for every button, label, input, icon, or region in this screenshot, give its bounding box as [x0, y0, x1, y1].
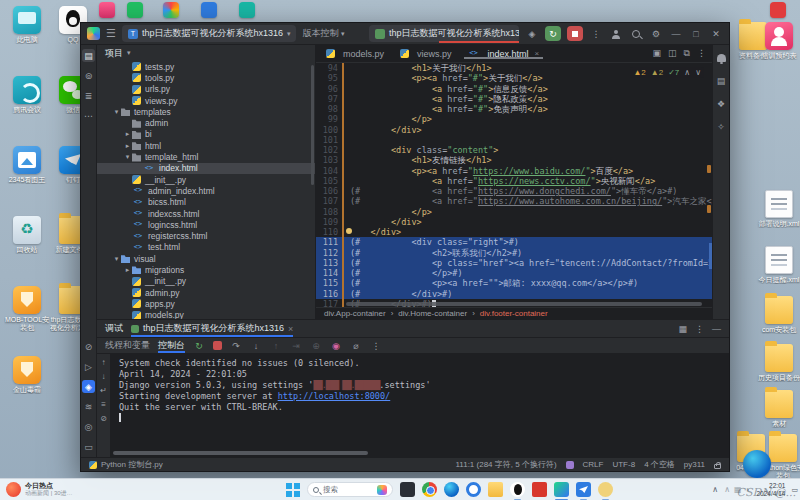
- status-item[interactable]: 111:1 (284 字符, 5 个换行符): [455, 459, 556, 470]
- top-app-5[interactable]: [224, 2, 270, 18]
- chrome[interactable]: [422, 482, 437, 497]
- debug-session-tab[interactable]: thp日志数据可视化分析系统hx1316 ×: [131, 320, 293, 337]
- project-tool-icon[interactable]: ▤: [82, 49, 95, 62]
- lock-icon[interactable]: [714, 464, 721, 469]
- inspection-count[interactable]: ▲2: [633, 68, 645, 77]
- stop-button[interactable]: [567, 26, 583, 41]
- tree-item-tests.py[interactable]: tests.py: [97, 61, 315, 72]
- status-item[interactable]: CRLF: [583, 460, 604, 469]
- status-item[interactable]: py311: [684, 460, 705, 469]
- tree-item-indexcss.html[interactable]: <>indexcss.html: [97, 208, 315, 219]
- project-panel-header[interactable]: 项目 ▾: [97, 45, 315, 61]
- tree-arrow-icon[interactable]: ▾: [112, 108, 121, 116]
- photo-viewer[interactable]: 2345看图王: [4, 146, 50, 184]
- preview-icon[interactable]: ⧉: [684, 48, 690, 59]
- scroll-to-end-icon[interactable]: ≡: [101, 400, 106, 409]
- tree-item-templates[interactable]: ▾templates: [97, 106, 315, 117]
- pycharm[interactable]: [554, 482, 569, 497]
- tree-arrow-icon[interactable]: ▾: [112, 255, 121, 263]
- thunder-app[interactable]: [598, 482, 613, 497]
- editor-hscrollbar[interactable]: [346, 302, 702, 306]
- recycle-bin[interactable]: 回收站: [4, 216, 50, 254]
- tree-item-admin_index.html[interactable]: <>admin_index.html: [97, 185, 315, 196]
- scroll-up-icon[interactable]: ↑: [102, 358, 106, 367]
- tree-item-apps.py[interactable]: apps.py: [97, 298, 315, 309]
- tree-arrow-icon[interactable]: ▾: [123, 153, 132, 161]
- debug-layout-icon[interactable]: ▦: [678, 324, 687, 334]
- split-icon[interactable]: ◫: [668, 48, 677, 59]
- code-area[interactable]: 94 <h1>关于我们</h1>95 <p><a href="#">关于我们</…: [316, 63, 712, 307]
- debug-more-icon[interactable]: ⋮: [370, 340, 382, 352]
- play-tool-icon[interactable]: ▷: [82, 360, 95, 373]
- search-input[interactable]: 搜索: [307, 482, 393, 497]
- plugins-icon[interactable]: ❖: [715, 97, 728, 110]
- qq-taskbar[interactable]: [510, 482, 525, 497]
- status-item[interactable]: 4 个空格: [644, 459, 675, 470]
- breadcrumb-item[interactable]: div.Home-container: [398, 309, 467, 318]
- top-app-6[interactable]: [755, 2, 800, 18]
- taskbar-clock[interactable]: 22:01 2024/4/14: [756, 482, 785, 498]
- database-icon[interactable]: ▤: [715, 74, 728, 87]
- tree-item-bicss.html[interactable]: <>bicss.html: [97, 197, 315, 208]
- rerun-icon[interactable]: ↻: [193, 340, 205, 352]
- tray-icon-2[interactable]: ◗: [746, 485, 751, 494]
- mob-tool[interactable]: MOB-TOOL安装包: [4, 286, 50, 332]
- notifications-icon[interactable]: [715, 51, 728, 64]
- tree-item-template_html[interactable]: ▾template_html: [97, 151, 315, 162]
- vcs-widget[interactable]: 版本控制 ▾: [302, 27, 344, 40]
- tree-item-__init__.py[interactable]: __init__.py: [97, 174, 315, 185]
- close-tab-icon[interactable]: ×: [535, 49, 540, 58]
- debug-tab-线程和变量[interactable]: 线程和变量: [105, 338, 150, 353]
- close-icon[interactable]: ×: [288, 324, 293, 334]
- security-tool[interactable]: 金山毒霸: [4, 356, 50, 394]
- stop-icon[interactable]: [213, 341, 222, 350]
- this-pc[interactable]: 此电脑: [4, 6, 50, 44]
- file-explorer[interactable]: [488, 482, 503, 497]
- status-left[interactable]: Python 控制台.py: [101, 459, 163, 470]
- console-link[interactable]: http://localhost:8000/: [278, 391, 391, 401]
- services-tool-icon[interactable]: ◎: [82, 420, 95, 433]
- tree-item-urls.py[interactable]: urls.py: [97, 84, 315, 95]
- tree-item-logincss.html[interactable]: <>logincss.html: [97, 219, 315, 230]
- tree-item-visual[interactable]: ▾visual: [97, 253, 315, 264]
- inspections-widget[interactable]: ▲2▲2✓7∧∨: [630, 67, 704, 78]
- inspection-count[interactable]: ▲2: [651, 68, 663, 77]
- tree-item-admin.py[interactable]: admin.py: [97, 287, 315, 298]
- folder-material[interactable]: 素材: [756, 390, 800, 428]
- notifications-icon[interactable]: ▭: [791, 486, 798, 494]
- debug-tab-控制台[interactable]: 控制台: [158, 338, 185, 353]
- editor-more-icon[interactable]: ⋮: [697, 48, 706, 59]
- clear-console-icon[interactable]: ⊘: [100, 414, 107, 423]
- step-out-icon[interactable]: ↑: [270, 340, 282, 352]
- django-icon[interactable]: [566, 461, 574, 469]
- step-into-icon[interactable]: ↓: [250, 340, 262, 352]
- close-button[interactable]: ✕: [709, 27, 723, 41]
- tab-models.py[interactable]: models.py: [318, 49, 392, 59]
- main-menu-icon[interactable]: ☰: [106, 27, 116, 40]
- folder-com[interactable]: com安装包: [756, 296, 800, 334]
- tree-item-test.html[interactable]: <>test.html: [97, 242, 315, 253]
- tree-item-tools.py[interactable]: tools.py: [97, 72, 315, 83]
- intention-bulb-icon[interactable]: [346, 228, 352, 234]
- tree-item-models.py[interactable]: models.py: [97, 310, 315, 319]
- start-button[interactable]: [286, 483, 300, 497]
- terminal-tool-icon[interactable]: ▭: [82, 440, 95, 453]
- browser-circle[interactable]: [466, 482, 481, 497]
- maximize-button[interactable]: □: [689, 27, 703, 41]
- edge-browser[interactable]: [734, 450, 780, 478]
- search-icon[interactable]: [629, 27, 643, 41]
- tray-expand-icon[interactable]: ∧: [712, 485, 718, 494]
- debug-tool-icon[interactable]: ◈: [82, 380, 95, 393]
- news-widget[interactable]: 今日热点 动画新闻 | 30进…: [0, 479, 79, 500]
- tree-arrow-icon[interactable]: ▸: [123, 142, 132, 150]
- task-view[interactable]: [400, 482, 415, 497]
- tencent-meeting[interactable]: 腾讯会议: [4, 76, 50, 114]
- edge[interactable]: [444, 482, 459, 497]
- step-over-icon[interactable]: ↷: [230, 340, 242, 352]
- tree-item-admin[interactable]: admin: [97, 117, 315, 128]
- tree-item-registercss.html[interactable]: <>registercss.html: [97, 230, 315, 241]
- breadcrumb-item[interactable]: div.App-container: [324, 309, 386, 318]
- tree-arrow-icon[interactable]: ▸: [123, 130, 132, 138]
- project-widget[interactable]: T thp日志数据可视化分析系统hx1316 ▾: [122, 25, 297, 42]
- tree-item-bi[interactable]: ▸bi: [97, 129, 315, 140]
